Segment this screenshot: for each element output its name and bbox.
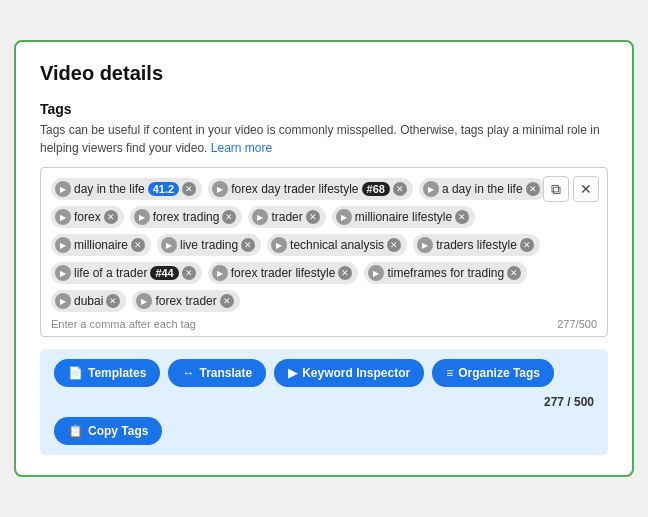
tag-item: ▶millionaire lifestyle✕: [332, 206, 475, 228]
tag-item: ▶forex trader✕: [132, 290, 239, 312]
tag-label: forex trader: [155, 294, 216, 308]
tag-play-icon: ▶: [336, 209, 352, 225]
organize-button[interactable]: ≡ Organize Tags: [432, 359, 554, 387]
tag-item: ▶life of a trader#44✕: [51, 262, 202, 284]
toolbar-count: 277 / 500: [544, 395, 594, 409]
organize-icon: ≡: [446, 366, 453, 380]
close-box-button[interactable]: ✕: [573, 176, 599, 202]
tag-play-icon: ▶: [271, 237, 287, 253]
tag-label: timeframes for trading: [387, 266, 504, 280]
tag-remove-button[interactable]: ✕: [455, 210, 469, 224]
tag-play-icon: ▶: [423, 181, 439, 197]
copy-tags-button[interactable]: 📋 Copy Tags: [54, 417, 162, 445]
tag-play-icon: ▶: [55, 293, 71, 309]
copy-box-button[interactable]: ⧉: [543, 176, 569, 202]
tag-play-icon: ▶: [136, 293, 152, 309]
tag-play-icon: ▶: [212, 265, 228, 281]
organize-label: Organize Tags: [458, 366, 540, 380]
card-title: Video details: [40, 62, 608, 85]
tag-remove-button[interactable]: ✕: [131, 238, 145, 252]
tag-remove-button[interactable]: ✕: [222, 210, 236, 224]
tag-item: ▶forex trading✕: [130, 206, 243, 228]
tag-badge: #68: [362, 182, 390, 196]
tag-label: forex day trader lifestyle: [231, 182, 358, 196]
tag-item: ▶forex✕: [51, 206, 124, 228]
tag-play-icon: ▶: [55, 209, 71, 225]
tag-item: ▶timeframes for trading✕: [364, 262, 527, 284]
tags-box: ⧉ ✕ ▶day in the life41.2✕▶forex day trad…: [40, 167, 608, 337]
tag-label: traders lifestyle: [436, 238, 517, 252]
tag-label: technical analysis: [290, 238, 384, 252]
tag-badge: 41.2: [148, 182, 179, 196]
tag-play-icon: ▶: [55, 237, 71, 253]
tag-item: ▶live trading✕: [157, 234, 261, 256]
tag-remove-button[interactable]: ✕: [182, 266, 196, 280]
templates-icon: 📄: [68, 366, 83, 380]
templates-button[interactable]: 📄 Templates: [54, 359, 160, 387]
toolbar-row2: 📋 Copy Tags: [54, 417, 594, 445]
tag-label: millionaire: [74, 238, 128, 252]
keyword-button[interactable]: ▶ Keyword Inspector: [274, 359, 424, 387]
tag-label: live trading: [180, 238, 238, 252]
learn-more-link[interactable]: Learn more: [211, 141, 272, 155]
tag-item: ▶traders lifestyle✕: [413, 234, 540, 256]
tag-remove-button[interactable]: ✕: [220, 294, 234, 308]
tag-item: ▶trader✕: [248, 206, 325, 228]
tag-label: millionaire lifestyle: [355, 210, 452, 224]
tag-play-icon: ▶: [161, 237, 177, 253]
tag-item: ▶dubai✕: [51, 290, 126, 312]
tag-play-icon: ▶: [55, 265, 71, 281]
tag-item: ▶forex trader lifestyle✕: [208, 262, 359, 284]
keyword-label: Keyword Inspector: [302, 366, 410, 380]
tag-label: forex: [74, 210, 101, 224]
tag-item: ▶forex day trader lifestyle#68✕: [208, 178, 413, 200]
tag-badge: #44: [150, 266, 178, 280]
keyword-icon: ▶: [288, 366, 297, 380]
tag-play-icon: ▶: [368, 265, 384, 281]
tag-remove-button[interactable]: ✕: [526, 182, 540, 196]
tag-remove-button[interactable]: ✕: [306, 210, 320, 224]
tag-remove-button[interactable]: ✕: [106, 294, 120, 308]
tag-item: ▶a day in the life✕: [419, 178, 546, 200]
tag-label: day in the life: [74, 182, 145, 196]
tag-remove-button[interactable]: ✕: [387, 238, 401, 252]
translate-button[interactable]: ↔ Translate: [168, 359, 266, 387]
tag-remove-button[interactable]: ✕: [104, 210, 118, 224]
tags-footer: Enter a comma after each tag 277/500: [51, 318, 597, 330]
tag-play-icon: ▶: [252, 209, 268, 225]
tag-play-icon: ▶: [134, 209, 150, 225]
tag-label: life of a trader: [74, 266, 147, 280]
translate-label: Translate: [199, 366, 252, 380]
tags-count: 277/500: [557, 318, 597, 330]
templates-label: Templates: [88, 366, 146, 380]
tag-play-icon: ▶: [212, 181, 228, 197]
tags-hint: Enter a comma after each tag: [51, 318, 196, 330]
tag-label: a day in the life: [442, 182, 523, 196]
tag-play-icon: ▶: [417, 237, 433, 253]
copy-tags-icon: 📋: [68, 424, 83, 438]
tag-item: ▶millionaire✕: [51, 234, 151, 256]
toolbar-row1: 📄 Templates ↔ Translate ▶ Keyword Inspec…: [54, 359, 594, 409]
tag-remove-button[interactable]: ✕: [520, 238, 534, 252]
tag-item: ▶day in the life41.2✕: [51, 178, 202, 200]
box-actions: ⧉ ✕: [543, 176, 599, 202]
copy-tags-label: Copy Tags: [88, 424, 148, 438]
tag-remove-button[interactable]: ✕: [338, 266, 352, 280]
tags-section-title: Tags: [40, 101, 608, 117]
tag-label: forex trading: [153, 210, 220, 224]
tag-remove-button[interactable]: ✕: [393, 182, 407, 196]
tag-play-icon: ▶: [55, 181, 71, 197]
toolbar: 📄 Templates ↔ Translate ▶ Keyword Inspec…: [40, 349, 608, 455]
tag-label: trader: [271, 210, 302, 224]
tag-remove-button[interactable]: ✕: [507, 266, 521, 280]
tags-area: ▶day in the life41.2✕▶forex day trader l…: [51, 178, 597, 312]
video-details-card: Video details Tags Tags can be useful if…: [14, 40, 634, 477]
tag-label: forex trader lifestyle: [231, 266, 336, 280]
tag-remove-button[interactable]: ✕: [182, 182, 196, 196]
tag-remove-button[interactable]: ✕: [241, 238, 255, 252]
tag-item: ▶technical analysis✕: [267, 234, 407, 256]
tags-description: Tags can be useful if content in your vi…: [40, 121, 608, 157]
tag-label: dubai: [74, 294, 103, 308]
translate-icon: ↔: [182, 366, 194, 380]
